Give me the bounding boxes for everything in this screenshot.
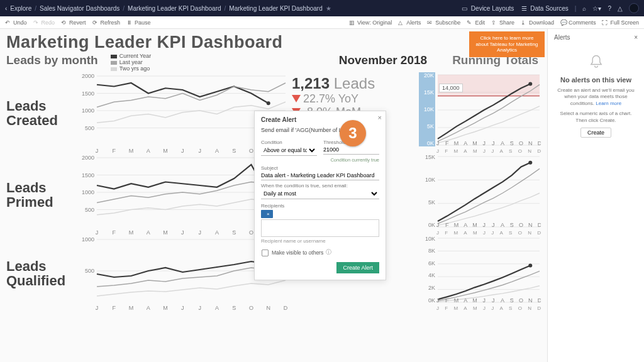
pause-icon: ⏸ <box>126 19 133 26</box>
condition-select[interactable]: Above or equal to <box>261 145 317 156</box>
running-y-axis[interactable]: 15K10K5K0K <box>419 154 435 228</box>
svg-text:O: O <box>519 297 523 304</box>
when-label: When the condition is true, send email: <box>261 183 379 189</box>
svg-text:M: M <box>472 222 477 228</box>
row-label: LeadsCreated <box>6 99 75 128</box>
svg-text:1000: 1000 <box>82 107 94 114</box>
row-label: LeadsPrimed <box>6 180 75 209</box>
data-sources-button[interactable]: ☰Data Sources <box>520 4 569 12</box>
view-icon: ▥ <box>349 19 355 26</box>
divider: | <box>575 5 577 12</box>
condition-note: Condition currently true <box>261 157 379 163</box>
close-icon[interactable]: × <box>378 114 382 121</box>
view-original-button[interactable]: ▥View: Original <box>349 19 392 26</box>
bell-icon: △ <box>398 19 404 26</box>
svg-text:M: M <box>454 297 459 304</box>
svg-text:S: S <box>510 140 514 146</box>
svg-text:J: J <box>96 229 99 236</box>
promo-banner[interactable]: Click here to learn more about Tableau f… <box>469 31 545 57</box>
sidepanel-close-icon[interactable]: × <box>634 34 638 41</box>
running-x-axis: JFMAMJJASOND <box>436 305 541 311</box>
alerts-button[interactable]: △Alerts <box>398 19 421 26</box>
refresh-button[interactable]: ⟳Refresh <box>92 19 121 26</box>
pause-button[interactable]: ⏸Pause <box>126 19 151 26</box>
svg-text:J: J <box>181 229 184 236</box>
svg-text:F: F <box>113 305 116 311</box>
svg-point-117 <box>528 263 532 267</box>
svg-text:J: J <box>181 305 184 311</box>
notifications-icon[interactable]: △ <box>618 5 623 12</box>
breadcrumb-view[interactable]: Marketing Leader KPI Dashboard <box>229 5 322 12</box>
revert-button[interactable]: ⟲Revert <box>61 19 86 26</box>
pencil-icon: ✎ <box>467 19 473 26</box>
breadcrumb-dashboard[interactable]: Marketing Leader KPI Dashboard <box>128 5 221 12</box>
svg-text:N: N <box>528 222 533 228</box>
svg-text:A: A <box>464 297 467 304</box>
svg-text:F: F <box>445 297 449 304</box>
share-button[interactable]: ⇪Share <box>491 19 514 26</box>
breadcrumb-explore[interactable]: Explore <box>10 5 31 12</box>
legend-two[interactable]: Two yrs ago <box>111 66 152 72</box>
download-icon: ⤓ <box>521 19 527 26</box>
svg-text:J: J <box>482 297 486 304</box>
running-y-axis[interactable]: 10K8K6K4K2K0K <box>419 236 435 304</box>
svg-text:A: A <box>501 297 504 304</box>
svg-text:J: J <box>482 222 486 228</box>
top-navbar: ‹ Explore / Sales Navigator Dashboards /… <box>0 0 644 16</box>
breadcrumb-sep: / <box>225 5 226 12</box>
svg-text:1000: 1000 <box>82 236 94 243</box>
breadcrumb-workbook[interactable]: Sales Navigator Dashboards <box>40 5 119 12</box>
running-y-axis[interactable]: 20K15K10K5K0K <box>419 72 435 146</box>
bell-outline-icon <box>587 53 605 71</box>
svg-text:A: A <box>464 140 467 146</box>
download-button[interactable]: ⤓Download <box>521 19 554 26</box>
help-icon[interactable]: ? <box>608 5 611 12</box>
undo-button[interactable]: ↶Undo <box>5 19 27 26</box>
svg-text:J: J <box>482 140 486 146</box>
favorites-dropdown-icon[interactable]: ☆▾ <box>592 5 601 12</box>
database-icon: ☰ <box>520 4 528 12</box>
learn-more-link[interactable]: Learn more <box>596 101 621 106</box>
device-layouts-button[interactable]: ▭Device Layouts <box>461 4 514 12</box>
redo-button[interactable]: ↷Redo <box>33 19 55 26</box>
svg-text:D: D <box>284 305 288 311</box>
visible-to-others-checkbox[interactable] <box>262 249 269 256</box>
running-chart[interactable]: 15K10K5K0K 0K5K10K15KJFMAMJJASOND JFMAMJ… <box>421 154 541 236</box>
running-chart[interactable]: 10K8K6K4K2K0K 0K2K4K6K8K10KJFMAMJJASOND … <box>421 236 541 311</box>
recipients-box[interactable] <box>261 219 379 237</box>
running-chart[interactable]: 20K15K10K5K0K 0K5K10K15K20KJFMAMJJASOND … <box>421 72 541 154</box>
recipient-pill[interactable]: × <box>261 210 273 218</box>
svg-text:M: M <box>163 148 168 154</box>
frequency-select[interactable]: Daily at most <box>261 189 379 199</box>
subscribe-button[interactable]: ✉Subscribe <box>427 19 460 26</box>
svg-text:A: A <box>215 229 219 236</box>
fullscreen-button[interactable]: ⛶Full Screen <box>602 19 639 26</box>
svg-text:J: J <box>492 222 495 228</box>
svg-text:S: S <box>510 222 514 228</box>
dashboard-canvas: Click here to learn more about Tableau f… <box>0 29 547 362</box>
svg-text:M: M <box>163 305 168 311</box>
dialog-title: Create Alert <box>261 116 379 123</box>
edit-button[interactable]: ✎Edit <box>467 19 485 26</box>
threshold-input[interactable] <box>323 145 379 155</box>
svg-text:M: M <box>454 140 459 146</box>
comments-button[interactable]: 💬Comments <box>560 19 596 26</box>
svg-text:1500: 1500 <box>82 90 94 96</box>
user-avatar[interactable] <box>629 3 639 13</box>
svg-text:O: O <box>519 222 523 228</box>
svg-text:J: J <box>181 148 184 154</box>
favorite-star-icon[interactable]: ★ <box>326 5 331 12</box>
subject-input[interactable] <box>261 171 379 180</box>
svg-text:N: N <box>528 140 533 146</box>
create-alert-submit[interactable]: Create Alert <box>336 262 379 273</box>
remove-recipient-icon[interactable]: × <box>267 211 270 217</box>
svg-text:A: A <box>147 305 150 311</box>
sidepanel-create-button[interactable]: Create <box>580 128 611 138</box>
svg-text:M: M <box>163 229 168 236</box>
search-icon[interactable]: ⌕ <box>582 5 586 12</box>
info-icon[interactable]: ⓘ <box>326 249 331 256</box>
back-button[interactable]: ‹ <box>5 5 7 12</box>
month-heading: November 2018 <box>339 53 427 67</box>
sidepanel-title: Alerts <box>554 34 570 41</box>
svg-point-8 <box>267 101 270 105</box>
